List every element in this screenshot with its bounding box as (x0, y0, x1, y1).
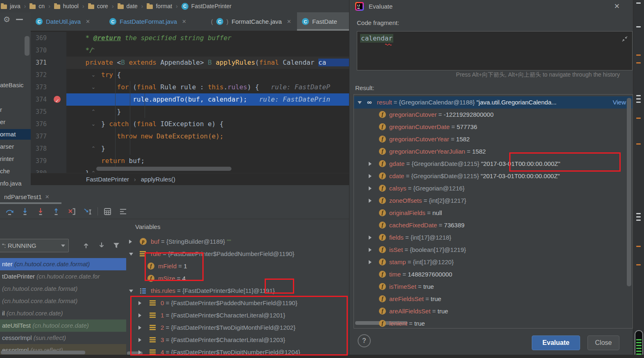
collapsed-arrow-icon[interactable] (369, 186, 372, 190)
code-line[interactable]: 375⌃ } (31, 106, 349, 118)
breadcrumb-item[interactable]: cn (29, 3, 45, 9)
close-icon[interactable]: ✕ (182, 18, 186, 25)
force-step-into-icon[interactable] (34, 206, 47, 217)
fold-expand-icon[interactable]: ⌃ (91, 167, 96, 173)
editor-gutter[interactable]: 376⌄ (31, 118, 66, 130)
result-row[interactable]: fgregorianCutoverYear = 1582 (354, 133, 633, 145)
stack-frame-row[interactable]: tDatePrinter (cn.hutool.core.date.for (0, 270, 126, 283)
breadcrumb-item[interactable]: format (147, 3, 172, 9)
result-row[interactable]: fcdate = {Gregorian$Date@1215} "2017-03-… (354, 170, 633, 182)
close-icon[interactable]: ✕ (45, 194, 50, 200)
step-into-icon[interactable] (19, 206, 31, 217)
code-line[interactable]: 372⌄ try { (31, 69, 349, 81)
expanded-arrow-icon[interactable] (358, 101, 362, 104)
code-line[interactable]: 374 rule.appendTo(buf, calendar); rule: … (31, 93, 349, 106)
editor-tab[interactable]: CFastDate (297, 12, 349, 31)
editor-tab[interactable]: CFastDateFormat.java✕ (104, 12, 206, 31)
code-fragment-editor[interactable]: calendar (357, 31, 633, 70)
fold-expand-icon[interactable]: ⌃ (91, 143, 96, 155)
editor-gutter[interactable]: 377 (31, 130, 66, 143)
frames-scrollbar[interactable] (1, 351, 85, 354)
tab-debug-session[interactable]: ndParseTest1 ✕ (4, 191, 50, 202)
fold-expand-icon[interactable]: ⌃ (91, 44, 96, 57)
code-line[interactable]: 370⌃ */ (31, 44, 349, 57)
editor-tab[interactable]: (C)FormatCache.java✕ (206, 12, 297, 31)
project-tree-item[interactable]: arser (0, 141, 31, 152)
code-line[interactable]: 376⌄ } catch (final IOException e) { (31, 118, 349, 130)
gear-icon[interactable]: ⚙ (3, 16, 10, 23)
result-vertical-scrollbar[interactable] (627, 98, 631, 286)
result-row[interactable]: fareAllFieldsSet = true (354, 305, 633, 317)
result-row[interactable]: fgregorianCutoverDate = 577736 (354, 121, 633, 133)
project-tree-item[interactable]: r (0, 104, 31, 115)
editor-gutter[interactable]: 374 (31, 93, 66, 106)
project-tree-item[interactable]: ormat (0, 129, 31, 140)
project-tree-item[interactable]: nfo.java (0, 178, 31, 189)
result-row[interactable]: fareFieldsSet = true (354, 293, 633, 305)
hide-panel-icon[interactable] (16, 19, 23, 20)
editor-gutter[interactable]: 369 (31, 32, 66, 44)
editor-horizontal-scrollbar[interactable] (96, 167, 231, 171)
expanded-arrow-icon[interactable] (129, 253, 133, 256)
stack-frame-row[interactable]: nter (cn.hutool.core.date.format) (0, 258, 126, 270)
editor-gutter[interactable]: 371⌄ (31, 57, 66, 69)
result-row[interactable]: flenient = true (354, 317, 633, 329)
variable-row[interactable]: this.rules = {FastDatePrinter$Rule[11]@1… (126, 285, 349, 297)
project-tree-item[interactable]: er (0, 117, 31, 127)
collapsed-arrow-icon[interactable] (129, 240, 132, 244)
collapsed-arrow-icon[interactable] (369, 248, 372, 252)
variable-row[interactable]: pbuf = {StringBuilder@1189} "" (126, 236, 349, 248)
step-over-icon[interactable] (3, 206, 16, 217)
project-scrollbar[interactable] (25, 36, 29, 56)
result-row[interactable]: ftime = 1488297600000 (354, 268, 633, 281)
fold-expand-icon[interactable]: ⌃ (91, 106, 96, 118)
breadcrumb-method[interactable]: applyRules() (141, 176, 175, 183)
collapsed-arrow-icon[interactable] (369, 174, 372, 178)
view-link[interactable]: View (613, 96, 626, 109)
step-out-icon[interactable] (50, 206, 62, 217)
fold-collapse-icon[interactable]: ⌄ (91, 69, 96, 81)
fold-collapse-icon[interactable]: ⌄ (91, 57, 96, 69)
code-line[interactable]: 369 * @return the specified string buffe… (31, 32, 349, 44)
frame-down-icon[interactable] (96, 240, 107, 251)
collapsed-arrow-icon[interactable] (369, 260, 372, 264)
result-row[interactable]: ffields = {int[17]@1218} (354, 231, 633, 244)
project-tree-item[interactable]: che (0, 166, 31, 177)
editor-gutter[interactable]: 372⌄ (31, 69, 66, 81)
stack-frame-row[interactable]: (cn.hutool.core.date.format) (0, 295, 126, 307)
fold-collapse-icon[interactable]: ⌄ (91, 118, 96, 130)
code-line[interactable]: 377 throw new DateException(e); (31, 130, 349, 143)
fold-collapse-icon[interactable]: ⌄ (91, 81, 96, 93)
frame-up-icon[interactable] (80, 240, 92, 251)
breadcrumb-item[interactable]: core (88, 3, 108, 9)
code-line[interactable]: 379 return buf; (31, 155, 349, 167)
editor-gutter[interactable]: 380⌃ (31, 167, 66, 173)
close-button[interactable]: Close (587, 335, 619, 350)
close-icon[interactable]: ✕ (86, 18, 90, 25)
breadcrumb-item[interactable]: date (118, 3, 138, 9)
expanded-arrow-icon[interactable] (129, 290, 133, 292)
close-icon[interactable]: ✕ (614, 2, 620, 11)
layout-settings-icon[interactable] (117, 206, 129, 217)
drop-frame-icon[interactable] (66, 206, 78, 217)
result-row[interactable]: fzoneOffsets = {int[2]@1217} (354, 195, 633, 207)
threads-dropdown[interactable]: ": RUNNING (0, 239, 69, 252)
code-fragment-text[interactable]: calendar (360, 34, 393, 43)
breakpoint-icon[interactable] (54, 96, 61, 103)
evaluate-button[interactable]: Evaluate (532, 335, 580, 350)
editor-gutter[interactable]: 379 (31, 155, 66, 167)
result-row[interactable]: fgregorianCutover = -12219292800000 (354, 109, 633, 121)
result-tree[interactable]: ∞result = {GregorianCalendar@1188} "java… (354, 94, 633, 329)
project-tree-item[interactable]: rinter (0, 154, 31, 164)
breadcrumb-item[interactable]: java (1, 3, 20, 9)
filter-icon[interactable] (111, 240, 122, 251)
editor-gutter[interactable]: 370⌃ (31, 44, 66, 57)
run-to-cursor-icon[interactable] (81, 206, 93, 217)
collapsed-arrow-icon[interactable] (369, 199, 372, 203)
result-row[interactable]: fcalsys = {Gregorian@1216} (354, 182, 633, 195)
evaluate-expression-icon[interactable] (101, 206, 113, 217)
code-line[interactable]: 371⌄ private <B extends Appendable> B ap… (31, 57, 349, 69)
result-row[interactable]: fisSet = {boolean[17]@1219} (354, 244, 633, 256)
code-line[interactable]: 373⌄ for (final Rule rule : this.rules) … (31, 81, 349, 93)
editor-tab[interactable]: CDateUtil.java✕ (31, 12, 104, 31)
